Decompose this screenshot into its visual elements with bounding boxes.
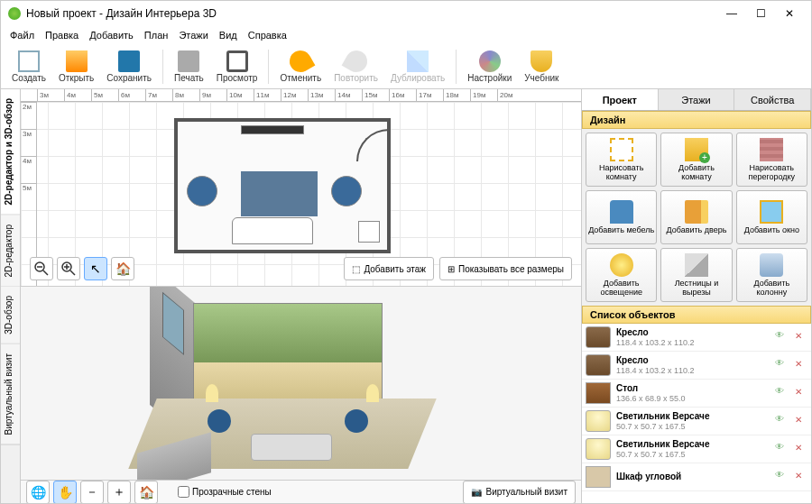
zoom-in-button[interactable] bbox=[57, 257, 80, 280]
create-button[interactable]: Создать bbox=[6, 49, 51, 85]
shield-icon bbox=[531, 50, 552, 72]
objects-list[interactable]: Кресло118.4 x 103.2 x 110.2👁✕ Кресло118.… bbox=[582, 324, 811, 503]
wall-icon bbox=[760, 138, 783, 161]
canvas-2d-toolbar-right: ⬚Добавить этаж ⊞Показывать все размеры bbox=[344, 257, 572, 280]
furniture-sofa[interactable] bbox=[232, 217, 313, 244]
list-item[interactable]: Кресло118.4 x 103.2 x 110.2👁✕ bbox=[582, 324, 811, 352]
add-floor-button[interactable]: ⬚Добавить этаж bbox=[344, 257, 434, 280]
redo-button[interactable]: Повторить bbox=[328, 49, 383, 85]
delete-button[interactable]: ✕ bbox=[795, 415, 807, 427]
menu-add[interactable]: Добавить bbox=[84, 30, 139, 41]
delete-button[interactable]: ✕ bbox=[795, 331, 807, 344]
list-item[interactable]: Стол136.6 x 68.9 x 55.0👁✕ bbox=[582, 380, 811, 408]
visibility-toggle[interactable]: 👁 bbox=[775, 386, 789, 400]
furniture-side-table[interactable] bbox=[358, 221, 380, 243]
cabinet-icon bbox=[586, 466, 611, 488]
preview-button[interactable]: Просмотр bbox=[211, 49, 263, 85]
dimensions-icon: ⊞ bbox=[448, 264, 455, 274]
menu-file[interactable]: Файл bbox=[5, 30, 40, 41]
home-3d-button[interactable]: 🏠 bbox=[134, 481, 158, 504]
main-toolbar: Создать Открыть Сохранить Печать Просмот… bbox=[1, 44, 811, 89]
furniture-armchair-1[interactable] bbox=[187, 176, 217, 206]
armchair-3d-1[interactable] bbox=[208, 409, 231, 433]
tutorial-button[interactable]: Учебник bbox=[519, 49, 564, 85]
open-button[interactable]: Открыть bbox=[53, 49, 99, 85]
menu-help[interactable]: Справка bbox=[243, 30, 292, 41]
stairs-button[interactable]: Лестницы и вырезы bbox=[660, 248, 732, 302]
statusbar: 🌐 ✋ － ＋ 🏠 Прозрачные стены 📷Виртуальный … bbox=[21, 480, 581, 503]
add-furniture-button[interactable]: Добавить мебель bbox=[586, 190, 657, 244]
vtab-2d-editor[interactable]: 2D-редактор bbox=[1, 215, 20, 288]
door-arc[interactable] bbox=[356, 129, 389, 161]
titlebar: Новый проект - Дизайн Интерьера 3D — ☐ ✕ bbox=[1, 1, 811, 26]
column-icon bbox=[760, 253, 783, 277]
delete-button[interactable]: ✕ bbox=[795, 359, 807, 371]
armchair-3d-2[interactable] bbox=[345, 409, 368, 433]
add-door-button[interactable]: Добавить дверь bbox=[660, 190, 732, 244]
plan-2d-viewport[interactable]: 2м3м4м5м ↖ 🏠 ⬚Добавить этаж ⊞Показывать … bbox=[21, 102, 581, 286]
visibility-toggle[interactable]: 👁 bbox=[775, 442, 789, 456]
delete-button[interactable]: ✕ bbox=[795, 471, 807, 483]
lamp-3d-1[interactable] bbox=[206, 384, 218, 402]
show-sizes-button[interactable]: ⊞Показывать все размеры bbox=[439, 257, 572, 280]
new-icon bbox=[18, 50, 40, 72]
room-outline[interactable] bbox=[174, 118, 391, 253]
undo-icon bbox=[286, 46, 316, 76]
delete-button[interactable]: ✕ bbox=[795, 443, 807, 455]
visibility-toggle[interactable]: 👁 bbox=[775, 470, 789, 484]
tab-project[interactable]: Проект bbox=[582, 89, 659, 110]
list-item[interactable]: Кресло118.4 x 103.2 x 110.2👁✕ bbox=[582, 352, 811, 380]
add-light-button[interactable]: Добавить освещение bbox=[586, 248, 657, 302]
print-button[interactable]: Печать bbox=[169, 49, 209, 85]
armchair-icon bbox=[586, 354, 611, 376]
add-room-button[interactable]: Добавить комнату bbox=[660, 133, 732, 187]
duplicate-button[interactable]: Дублировать bbox=[385, 49, 450, 85]
furniture-rug[interactable] bbox=[241, 171, 318, 216]
transparent-walls-checkbox[interactable]: Прозрачные стены bbox=[178, 486, 272, 498]
menu-view[interactable]: Вид bbox=[214, 30, 243, 41]
cursor-button[interactable]: ↖ bbox=[84, 257, 107, 280]
orbit-icon: 🌐 bbox=[31, 485, 46, 499]
vtab-3d-view[interactable]: 3D-обзор bbox=[1, 287, 20, 344]
lamp-3d-2[interactable] bbox=[366, 384, 379, 402]
menu-edit[interactable]: Правка bbox=[40, 30, 84, 41]
list-item[interactable]: Светильник Версаче50.7 x 50.7 x 167.5👁✕ bbox=[582, 435, 811, 463]
pan-button[interactable]: ✋ bbox=[53, 481, 77, 504]
visibility-toggle[interactable]: 👁 bbox=[775, 414, 789, 428]
zoom-in-3d-button[interactable]: ＋ bbox=[107, 481, 131, 504]
visibility-toggle[interactable]: 👁 bbox=[775, 330, 789, 344]
tab-floors[interactable]: Этажи bbox=[659, 89, 735, 110]
save-button[interactable]: Сохранить bbox=[101, 49, 157, 85]
delete-button[interactable]: ✕ bbox=[795, 387, 807, 399]
floors-icon: ⬚ bbox=[352, 264, 360, 274]
minimize-button[interactable]: — bbox=[717, 5, 746, 23]
furniture-armchair-2[interactable] bbox=[331, 176, 362, 206]
visibility-toggle[interactable]: 👁 bbox=[775, 358, 789, 372]
home-button[interactable]: 🏠 bbox=[111, 257, 134, 280]
draw-room-button[interactable]: Нарисовать комнату bbox=[586, 133, 657, 187]
menu-plan[interactable]: План bbox=[139, 30, 174, 41]
close-button[interactable]: ✕ bbox=[775, 5, 804, 23]
plan-3d-viewport[interactable] bbox=[21, 286, 581, 480]
add-window-button[interactable]: Добавить окно bbox=[736, 190, 807, 244]
lamp-icon bbox=[586, 410, 611, 432]
vtab-2d-3d[interactable]: 2D-редактор и 3D-обзор bbox=[1, 89, 20, 215]
menu-floors[interactable]: Этажи bbox=[173, 30, 213, 41]
zoom-out-3d-button[interactable]: － bbox=[80, 481, 104, 504]
list-item[interactable]: Светильник Версаче50.7 x 50.7 x 167.5👁✕ bbox=[582, 408, 811, 435]
add-column-button[interactable]: Добавить колонну bbox=[736, 248, 807, 302]
furniture-tv[interactable] bbox=[241, 125, 304, 134]
settings-button[interactable]: Настройки bbox=[462, 49, 517, 85]
folder-open-icon bbox=[66, 50, 88, 72]
maximize-button[interactable]: ☐ bbox=[746, 5, 775, 23]
tab-properties[interactable]: Свойства bbox=[734, 89, 811, 110]
lightbulb-icon bbox=[610, 253, 633, 277]
virtual-visit-button[interactable]: 📷Виртуальный визит bbox=[463, 481, 576, 504]
sofa-3d[interactable] bbox=[251, 434, 332, 461]
zoom-out-button[interactable] bbox=[30, 257, 53, 280]
list-item[interactable]: Шкаф угловой👁✕ bbox=[582, 463, 811, 491]
undo-button[interactable]: Отменить bbox=[274, 49, 327, 85]
draw-wall-button[interactable]: Нарисовать перегородку bbox=[736, 133, 807, 187]
orbit-button[interactable]: 🌐 bbox=[26, 481, 50, 504]
vtab-virtual[interactable]: Виртуальный визит bbox=[1, 344, 20, 445]
